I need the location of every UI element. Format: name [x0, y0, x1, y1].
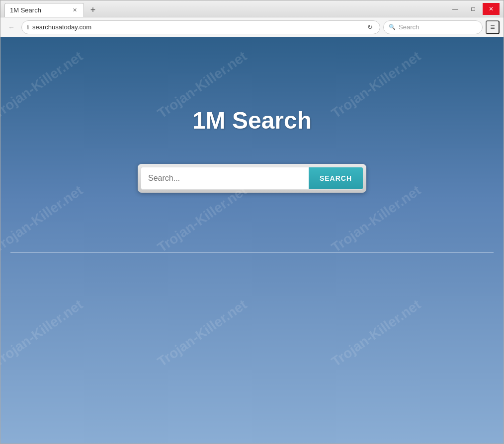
window-controls: — □ ✕: [447, 3, 500, 15]
close-button[interactable]: ✕: [483, 3, 500, 15]
watermark-text-4: Trojan-Killer.net: [0, 182, 86, 256]
browser-tab[interactable]: 1M Search ✕: [4, 3, 84, 17]
watermark: Trojan-Killer.net Trojan-Killer.net Troj…: [0, 37, 504, 444]
tab-close-button[interactable]: ✕: [71, 6, 79, 14]
back-button[interactable]: ←: [4, 20, 18, 34]
minimize-button[interactable]: —: [447, 3, 464, 15]
search-box-inner: SEARCH: [141, 167, 363, 190]
new-tab-button[interactable]: +: [86, 3, 100, 17]
browser-window: 1M Search ✕ + — □ ✕ ← ℹ searchusatoday.c…: [0, 0, 504, 444]
search-input[interactable]: [141, 167, 309, 189]
browser-search-field[interactable]: 🔍 Search: [383, 20, 483, 34]
reload-button[interactable]: ↻: [365, 22, 375, 32]
search-area: 1M Search SEARCH: [0, 107, 504, 193]
url-text: searchusatoday.com: [32, 23, 362, 31]
site-title: 1M Search: [192, 107, 312, 134]
watermark-text-5: Trojan-Killer.net: [155, 182, 250, 256]
browser-search-placeholder: Search: [399, 23, 419, 31]
info-icon: ℹ: [27, 24, 29, 31]
page-divider: [10, 252, 494, 253]
watermark-text-8: Trojan-Killer.net: [155, 296, 250, 370]
tab-bar: 1M Search ✕ +: [4, 0, 447, 17]
watermark-text-7: Trojan-Killer.net: [0, 296, 86, 370]
titlebar: 1M Search ✕ + — □ ✕: [0, 0, 504, 17]
search-button[interactable]: SEARCH: [309, 167, 363, 189]
address-field[interactable]: ℹ searchusatoday.com ↻: [21, 20, 380, 34]
tab-title: 1M Search: [10, 6, 67, 14]
maximize-button[interactable]: □: [465, 3, 482, 15]
watermark-text-6: Trojan-Killer.net: [329, 182, 424, 256]
watermark-text-9: Trojan-Killer.net: [329, 296, 424, 370]
search-icon: 🔍: [389, 24, 396, 30]
menu-button[interactable]: ≡: [486, 20, 500, 34]
addressbar: ← ℹ searchusatoday.com ↻ 🔍 Search ≡: [0, 17, 504, 37]
page-content: Trojan-Killer.net Trojan-Killer.net Troj…: [0, 37, 504, 444]
search-box-container: SEARCH: [138, 164, 366, 193]
